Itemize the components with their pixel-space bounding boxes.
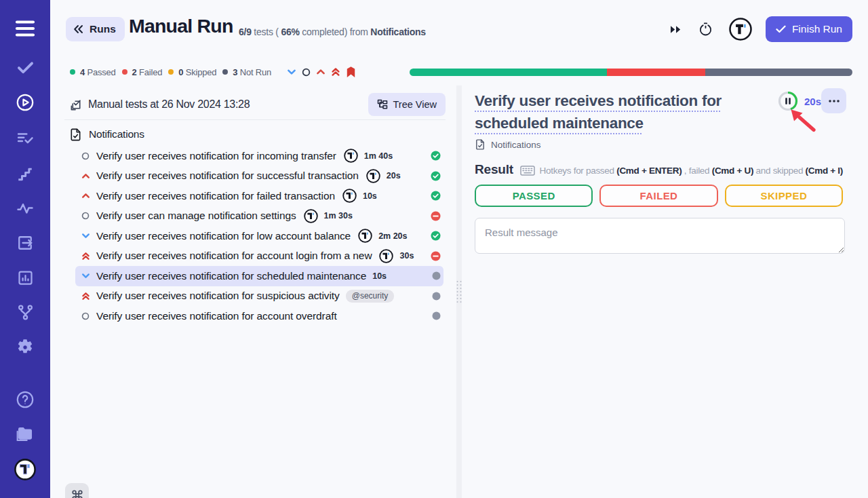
run-subtitle-part: tests ( xyxy=(252,26,281,37)
hotkeys-text: Hotkeys for passed (Cmd + ENTER) , faile… xyxy=(540,166,843,176)
menu-button[interactable] xyxy=(0,20,50,37)
result-message-input[interactable] xyxy=(475,218,845,254)
splitter-grip-icon xyxy=(457,281,462,303)
hotkey-part: (Cmd + I) xyxy=(806,166,843,176)
test-logo-badge-icon xyxy=(358,229,372,243)
chevrons-up-icon xyxy=(81,292,90,301)
legend-dot xyxy=(222,69,228,75)
passed-icon xyxy=(431,231,441,241)
test-logo-badge xyxy=(366,169,380,183)
legend-dot xyxy=(122,69,127,75)
test-duration: 1m 30s xyxy=(324,211,353,221)
test-logo-badge xyxy=(344,149,358,163)
test-row[interactable]: Verify user receives notification for sc… xyxy=(75,266,443,286)
filter-circle-icon[interactable] xyxy=(301,67,311,77)
not-run-icon xyxy=(432,271,441,280)
test-status-not_run xyxy=(432,271,441,280)
sidebar xyxy=(0,0,50,498)
result-buttons: PASSEDFAILEDSKIPPED xyxy=(475,185,843,207)
test-row[interactable]: Verify user receives notification for fa… xyxy=(75,186,443,206)
test-logo-badge xyxy=(379,249,393,263)
sidebar-item-gear[interactable] xyxy=(0,338,50,357)
run-source-title: Manual tests at 26 Nov 2024 13:28 xyxy=(88,98,250,111)
chevron-down-icon xyxy=(81,271,90,280)
run-subtitle-part: 6/9 xyxy=(239,26,252,37)
gear-icon xyxy=(16,338,35,357)
test-row[interactable]: Verify user receives notification for su… xyxy=(75,286,443,307)
test-logo-badge-icon xyxy=(366,169,380,183)
run-logo-badge xyxy=(726,15,755,43)
sidebar-item-help[interactable] xyxy=(0,390,50,409)
file-check-icon xyxy=(475,139,485,150)
keyboard-icon xyxy=(520,166,535,176)
checklist-icon xyxy=(70,98,83,111)
hotkey-part: and skipped xyxy=(753,166,805,176)
filter-chevron-down-icon[interactable] xyxy=(286,66,297,77)
test-row[interactable]: Verify user can manage notification sett… xyxy=(75,206,443,227)
filter-chevron-up-icon[interactable] xyxy=(315,66,326,77)
testomat-logo-icon xyxy=(729,18,752,41)
test-row[interactable]: Verify user receives notification for in… xyxy=(75,146,443,166)
back-to-runs-button[interactable]: Runs xyxy=(66,17,125,41)
breadcrumb[interactable]: Notifications xyxy=(475,139,541,150)
branch-icon xyxy=(16,303,35,322)
run-subtitle-part: Notifications xyxy=(370,26,426,37)
test-title[interactable]: Verify user receives notification for sc… xyxy=(475,90,739,134)
test-row[interactable]: Verify user receives notification for su… xyxy=(75,166,443,187)
sidebar-item-activity[interactable] xyxy=(0,199,50,218)
sidebar-item-branch[interactable] xyxy=(0,303,50,322)
not-run-icon xyxy=(432,292,441,301)
test-row[interactable]: Verify user receives notification for lo… xyxy=(75,226,443,246)
chevron-up-icon xyxy=(81,191,90,200)
testomat-logo[interactable] xyxy=(0,459,50,480)
result-skipped-button[interactable]: SKIPPED xyxy=(725,185,843,207)
pause-timer-button[interactable] xyxy=(778,91,798,111)
divider xyxy=(64,119,446,120)
hotkeys-hint: Hotkeys for passed (Cmd + ENTER) , faile… xyxy=(520,166,843,176)
priority-medium-icon xyxy=(81,312,90,320)
stopwatch-icon xyxy=(698,22,713,37)
progress-segment-failed xyxy=(607,69,705,76)
test-status-not_run xyxy=(432,311,441,320)
filter-bookmark-icon[interactable] xyxy=(345,65,357,79)
sidebar-item-play-circle[interactable] xyxy=(0,93,50,112)
more-actions-button[interactable] xyxy=(821,88,846,113)
test-row-title: Verify user receives notification for sc… xyxy=(96,270,366,282)
chevron-up-icon xyxy=(81,172,90,180)
result-failed-button[interactable]: FAILED xyxy=(599,185,717,207)
test-row-title: Verify user receives notification for in… xyxy=(96,150,336,162)
test-logo-badge-icon xyxy=(379,249,393,263)
test-duration: 30s xyxy=(399,251,414,261)
sidebar-item-chart[interactable] xyxy=(0,269,50,287)
finish-run-label: Finish Run xyxy=(792,23,842,35)
result-heading: Result xyxy=(475,162,513,177)
tree-view-button[interactable]: Tree View xyxy=(368,93,446,116)
suite-row[interactable]: Notifications xyxy=(70,125,144,144)
test-row[interactable]: Verify user receives notification for ac… xyxy=(75,306,443,326)
test-list-panel: Manual tests at 26 Nov 2024 13:28 Tree V… xyxy=(50,85,456,498)
panel-splitter[interactable] xyxy=(456,85,462,498)
finish-run-button[interactable]: Finish Run xyxy=(766,16,852,42)
test-row[interactable]: Verify user receives notification for ac… xyxy=(75,246,443,267)
stopwatch-button[interactable] xyxy=(696,20,715,39)
sidebar-item-import[interactable] xyxy=(0,233,50,252)
command-shortcut-button[interactable] xyxy=(65,483,89,498)
sidebar-item-steps[interactable] xyxy=(0,164,50,182)
check-icon xyxy=(16,58,35,77)
fast-forward-button[interactable] xyxy=(667,22,685,37)
test-logo-badge xyxy=(358,229,372,243)
chevron-down-icon xyxy=(287,67,296,77)
sidebar-item-list-check[interactable] xyxy=(0,129,50,148)
chevrons-up-icon xyxy=(331,67,340,77)
circle-icon xyxy=(81,212,90,220)
passed-icon xyxy=(431,191,441,201)
help-icon xyxy=(16,390,35,409)
test-logo-badge xyxy=(304,209,318,223)
result-passed-button[interactable]: PASSED xyxy=(475,185,593,207)
sidebar-item-check[interactable] xyxy=(0,58,50,77)
priority-medium-icon xyxy=(81,152,90,160)
circle-icon xyxy=(81,312,90,320)
sidebar-item-folder[interactable] xyxy=(0,425,50,444)
test-status-passed xyxy=(431,231,441,241)
filter-chevrons-up-icon[interactable] xyxy=(330,66,341,77)
